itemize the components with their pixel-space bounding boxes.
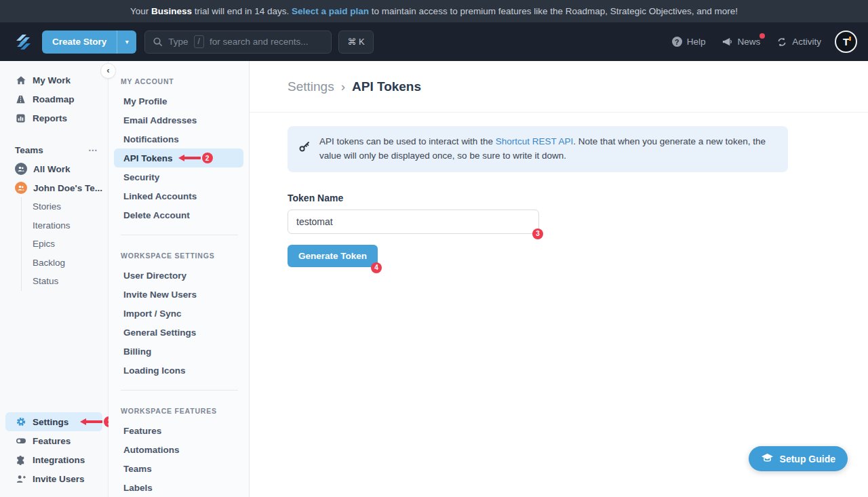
breadcrumb: Settings › API Tokens [250,61,868,113]
sidebar-item-status[interactable]: Status [33,272,108,291]
sidebar-item-reports[interactable]: Reports [0,108,108,127]
sidebar-item-label: Roadmap [33,94,75,104]
api-tokens-info-box: API tokens can be used to interact with … [288,126,788,172]
nav-item-label: API Tokens [123,153,173,163]
shortcut-logo-icon[interactable] [11,30,35,54]
settings-nav-item-labels[interactable]: Labels [114,478,243,497]
news-button[interactable]: News [722,37,760,47]
settings-nav-item-delete-account[interactable]: Delete Account [114,205,243,224]
user-avatar[interactable]: T [835,31,857,53]
settings-nav-item-loading-icons[interactable]: Loading Icons [114,361,243,380]
setup-guide-button[interactable]: Setup Guide [749,446,848,471]
settings-nav-item-email-addresses[interactable]: Email Addresses [114,111,243,130]
settings-nav-item-security[interactable]: Security [114,167,243,186]
arrow-head [178,155,184,161]
app-body: My Work Roadmap Reports Teams ⋯ [0,61,868,497]
generate-token-button[interactable]: Generate Token [288,245,378,267]
shortcut-rest-api-link[interactable]: Shortcut REST API [496,136,574,146]
settings-nav-item-linked-accounts[interactable]: Linked Accounts [114,186,243,205]
activity-sync-icon [776,37,787,47]
sidebar-item-john-does-team[interactable]: John Doe's Te... [0,178,108,197]
puzzle-icon [15,454,26,465]
sidebar-item-iterations[interactable]: Iterations [33,216,108,235]
page-title: API Tokens [352,79,421,94]
sidebar-item-roadmap[interactable]: Roadmap [0,90,108,108]
search-input[interactable]: Type / for search and recents... [144,31,332,54]
left-sidebar: My Work Roadmap Reports Teams ⋯ [0,61,108,497]
settings-nav-item-notifications[interactable]: Notifications [114,130,243,148]
group-icon [15,182,27,194]
sidebar-bottom: Settings 1 Features [0,412,108,497]
arrow-shaft [86,420,102,423]
avatar-accent-mark [849,37,851,41]
settings-nav-item-invite-new-users[interactable]: Invite New Users [114,285,243,304]
sidebar-item-label: My Work [33,75,71,85]
section-label-workspace-features: WORKSPACE FEATURES [108,391,249,421]
trial-banner: Your Business trial will end in 14 days.… [0,0,868,22]
news-notification-dot [760,33,765,39]
sidebar-item-label: Features [33,436,71,446]
settings-nav-item-my-profile[interactable]: My Profile [114,92,243,111]
teams-menu-icon[interactable]: ⋯ [88,144,98,155]
token-name-label: Token Name [288,193,868,203]
plan-name: Business [151,6,192,16]
collapse-sidebar-button[interactable]: ‹ [100,63,116,79]
create-story-button[interactable]: Create Story ▾ [42,31,136,54]
group-icon [15,163,27,175]
toggle-icon [15,435,26,446]
token-name-field-wrap: 3 [288,210,539,234]
settings-nav-item-general-settings[interactable]: General Settings [114,323,243,342]
search-placeholder-rest: for search and recents... [210,37,309,47]
annotation-badge-3: 3 [532,228,543,239]
news-label: News [737,37,760,47]
sidebar-item-label: Integrations [33,455,85,465]
sidebar-item-label: Invite Users [33,474,85,484]
help-button[interactable]: ? Help [672,37,706,47]
settings-nav-item-user-directory[interactable]: User Directory [114,266,243,285]
help-label: Help [687,37,706,47]
sidebar-item-epics[interactable]: Epics [33,235,108,254]
annotation-badge-2: 2 [202,153,213,163]
settings-nav-item-teams[interactable]: Teams [114,459,243,478]
key-icon [298,140,311,163]
settings-nav-item-features[interactable]: Features [114,421,243,440]
arrow-shaft [184,157,201,159]
settings-nav-item-automations[interactable]: Automations [114,440,243,459]
sidebar-item-my-work[interactable]: My Work [0,71,108,90]
sidebar-item-invite-users[interactable]: Invite Users [5,469,102,488]
create-story-caret-icon[interactable]: ▾ [117,31,136,54]
info-text: API tokens can be used to interact with … [319,135,777,163]
cmd-k-shortcut-button[interactable]: ⌘ K [338,31,373,54]
sidebar-item-settings[interactable]: Settings 1 [5,412,102,431]
sidebar-item-features[interactable]: Features [5,431,102,450]
activity-button[interactable]: Activity [776,37,821,47]
settings-nav-item-import-sync[interactable]: Import / Sync [114,304,243,323]
setup-guide-label: Setup Guide [780,454,835,464]
megaphone-icon [722,37,732,47]
team-name: All Work [33,164,71,174]
settings-nav-item-api-tokens[interactable]: API Tokens 2 [114,148,243,167]
search-icon [153,37,163,47]
create-story-label[interactable]: Create Story [42,31,117,54]
sidebar-item-label: Settings [33,417,68,427]
shortcut-app-window: Your Business trial will end in 14 days.… [0,0,868,497]
slash-key-hint: / [194,35,204,48]
annotation-arrow-2: 2 [178,153,213,163]
sidebar-item-stories[interactable]: Stories [33,197,108,216]
token-name-input[interactable] [288,210,539,234]
sidebar-item-label: Reports [33,113,67,123]
avatar-initial: T [843,36,849,47]
chart-icon [15,113,26,123]
settings-nav-item-billing[interactable]: Billing [114,342,243,361]
arrow-head [80,418,86,425]
team-name: John Doe's Te... [33,183,102,193]
select-paid-plan-link[interactable]: Select a paid plan [292,6,369,16]
sidebar-item-integrations[interactable]: Integrations [5,450,102,469]
api-tokens-panel: API tokens can be used to interact with … [250,113,868,267]
graduation-cap-icon [761,453,774,464]
sidebar-item-backlog[interactable]: Backlog [33,254,108,273]
house-icon [15,75,26,85]
section-label-workspace-settings: WORKSPACE SETTINGS [108,235,249,266]
sidebar-item-all-work[interactable]: All Work [0,159,108,178]
breadcrumb-settings-link[interactable]: Settings [288,79,334,94]
